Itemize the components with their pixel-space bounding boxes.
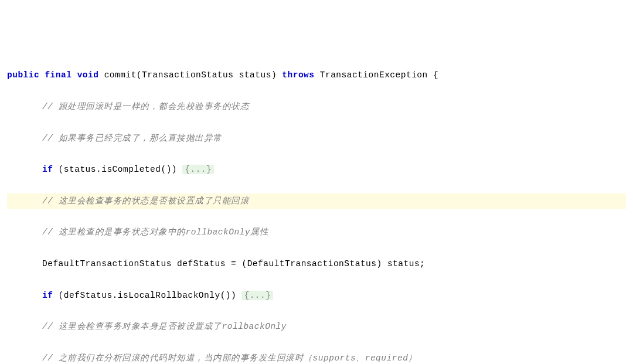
fold-marker[interactable]: {...} [182, 165, 214, 174]
code-line-1: public final void commit(TransactionStat… [7, 67, 626, 83]
keyword-void: void [77, 70, 99, 80]
code-line-7: DefaultTransactionStatus defStatus = (De… [7, 256, 626, 272]
comment: // 如果事务已经完成了，那么直接抛出异常 [42, 134, 222, 143]
code-line-6: // 这里检查的是事务状态对象中的rollbackOnly属性 [7, 224, 626, 240]
code-line-10: // 之前我们在分析回滚的代码时知道，当内部的事务发生回滚时（supports、… [7, 351, 626, 364]
keyword-public: public [7, 70, 39, 80]
statement: DefaultTransactionStatus defStatus = (De… [42, 259, 425, 268]
code-line-3: // 如果事务已经完成了，那么直接抛出异常 [7, 131, 626, 147]
keyword-final: final [45, 70, 72, 80]
fold-marker[interactable]: {...} [241, 291, 273, 300]
code-line-2: // 跟处理回滚时是一样的，都会先校验事务的状态 [7, 99, 626, 115]
condition: (defStatus.isLocalRollbackOnly()) [53, 291, 241, 300]
comment: // 之前我们在分析回滚的代码时知道，当内部的事务发生回滚时（supports、… [42, 353, 417, 363]
comment: // 跟处理回滚时是一样的，都会先校验事务的状态 [42, 102, 249, 111]
throws-clause: TransactionException { [315, 70, 439, 80]
comment: // 这里检查的是事务状态对象中的rollbackOnly属性 [42, 227, 268, 237]
keyword-if: if [42, 291, 53, 300]
code-line-5-highlighted: // 这里会检查事务的状态是否被设置成了只能回滚 [7, 193, 626, 209]
code-line-9: // 这里会检查事务对象本身是否被设置成了rollbackOnly [7, 319, 626, 335]
comment: // 这里会检查事务的状态是否被设置成了只能回滚 [42, 196, 249, 206]
method-signature: commit(TransactionStatus status) [98, 70, 282, 80]
comment: // 这里会检查事务对象本身是否被设置成了rollbackOnly [42, 322, 287, 331]
condition: (status.isCompleted()) [53, 165, 182, 174]
code-line-8: if (defStatus.isLocalRollbackOnly()) {..… [7, 288, 626, 304]
code-line-4: if (status.isCompleted()) {...} [7, 162, 626, 178]
keyword-if: if [42, 165, 53, 174]
keyword-throws: throws [282, 70, 314, 80]
